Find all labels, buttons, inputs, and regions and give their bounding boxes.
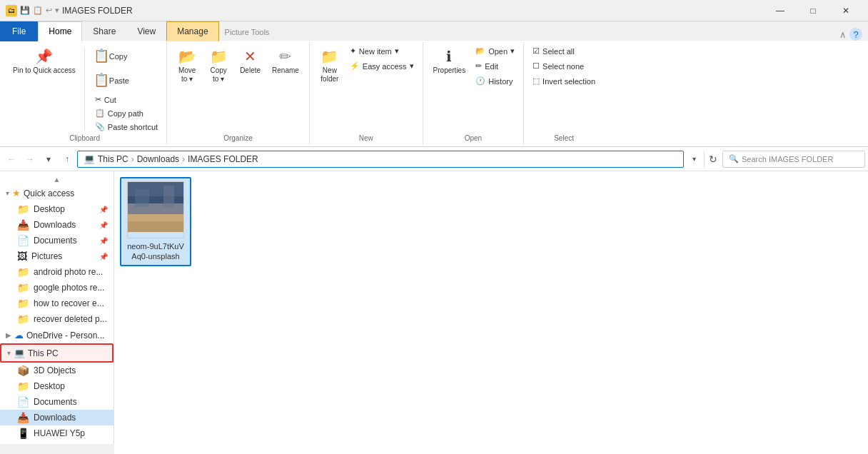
quick-access-icon2: 📋 xyxy=(33,6,43,15)
delete-icon: ✕ xyxy=(244,48,256,65)
clipboard-content: 📌 Pin to Quick access 📋 Copy 📋 Paste ✂ C… xyxy=(9,45,161,133)
onedrive-header[interactable]: ▶ ☁ OneDrive - Person... xyxy=(0,327,113,343)
cut-button[interactable]: ✂ Cut xyxy=(92,94,161,106)
undo-icon: ↩ xyxy=(46,6,52,15)
sidebar-item-recover-deleted[interactable]: 📁 recover deleted p... xyxy=(0,311,113,327)
sidebar-item-downloads[interactable]: 📥 Downloads 📌 xyxy=(0,217,113,233)
up-button[interactable]: ↑ xyxy=(59,151,76,168)
new-item-button[interactable]: ✦ New item ▾ xyxy=(347,45,417,57)
this-pc-label: This PC xyxy=(28,348,59,358)
ribbon-group-clipboard: 📌 Pin to Quick access 📋 Copy 📋 Paste ✂ C… xyxy=(3,42,167,145)
sidebar-item-how-to-recover[interactable]: 📁 how to recover e... xyxy=(0,296,113,311)
file-item-image[interactable]: neom-9uL7tKuV Aq0-unsplash xyxy=(120,177,191,266)
pin-to-quick-access-button[interactable]: 📌 Pin to Quick access xyxy=(9,45,80,78)
properties-button[interactable]: ℹ Properties xyxy=(429,45,470,77)
copy-icon: 📋 xyxy=(94,48,109,64)
folder-icon: 📁 xyxy=(17,298,29,309)
sidebar-item-huawei[interactable]: 📱 HUAWEI Y5p xyxy=(0,425,113,441)
sidebar-item-pc-desktop[interactable]: 📁 Desktop xyxy=(0,378,113,394)
tab-share[interactable]: Share xyxy=(82,21,126,41)
select-all-button[interactable]: ☑ Select all xyxy=(530,45,598,57)
new-content: 📁 Newfolder ✦ New item ▾ ⚡ Easy access ▾ xyxy=(316,45,417,133)
rename-button[interactable]: ✏ Rename xyxy=(268,45,303,78)
forward-button[interactable]: → xyxy=(21,151,39,168)
ribbon-collapse-icon[interactable]: ∧ xyxy=(839,29,847,40)
edit-button[interactable]: ✏ Edit xyxy=(473,60,518,72)
content-area[interactable]: neom-9uL7tKuV Aq0-unsplash xyxy=(114,171,868,454)
copy-button[interactable]: 📋 Copy xyxy=(89,45,161,68)
divider xyxy=(84,48,85,130)
sidebar-wrapper: ▲ ▾ ★ Quick access 📁 Desktop 📌 📥 Downloa… xyxy=(0,171,114,454)
sidebar: ▲ ▾ ★ Quick access 📁 Desktop 📌 📥 Downloa… xyxy=(0,171,114,444)
expand-icon: ▶ xyxy=(6,331,11,339)
paste-shortcut-icon: 📎 xyxy=(95,122,105,131)
ribbon-tabs: File Home Share View Manage Picture Tool… xyxy=(0,21,868,41)
file-name: neom-9uL7tKuV Aq0-unsplash xyxy=(124,241,187,262)
delete-button[interactable]: ✕ Delete xyxy=(236,45,265,78)
tab-manage[interactable]: Manage xyxy=(166,21,218,41)
sidebar-item-google-photos[interactable]: 📁 google photos re... xyxy=(0,280,113,296)
manage-subtitle: Picture Tools xyxy=(219,24,276,41)
clipboard-label: Clipboard xyxy=(69,133,100,142)
breadcrumb-this-pc[interactable]: This PC xyxy=(98,154,128,164)
breadcrumb-downloads[interactable]: Downloads xyxy=(137,154,179,164)
sidebar-item-pc-documents[interactable]: 📄 Documents xyxy=(0,394,113,410)
history-button[interactable]: 🕐 History xyxy=(473,75,518,87)
open-content: ℹ Properties 📂 Open ▾ ✏ Edit 🕐 History xyxy=(429,45,518,133)
select-content: ☑ Select all ☐ Select none ⬚ Invert sele… xyxy=(530,45,598,133)
copy-to-button[interactable]: 📁 Copyto ▾ xyxy=(204,45,233,86)
select-none-icon: ☐ xyxy=(533,61,540,71)
organize-content: 📂 Moveto ▾ 📁 Copyto ▾ ✕ Delete ✏ Rename xyxy=(173,45,303,133)
copy-path-button[interactable]: 📋 Copy path xyxy=(92,107,161,119)
tab-file[interactable]: File xyxy=(0,21,38,41)
folder-icon: 📱 xyxy=(17,428,29,439)
address-box[interactable]: 💻 This PC › Downloads › IMAGES FOLDER xyxy=(77,151,684,168)
folder-icon: 📦 xyxy=(17,365,29,376)
properties-icon: ℹ xyxy=(446,48,452,65)
folder-icon: 📁 xyxy=(17,203,29,215)
window-controls: — □ ✕ xyxy=(764,0,862,21)
select-none-button[interactable]: ☐ Select none xyxy=(530,60,598,72)
svg-rect-6 xyxy=(163,186,174,207)
this-pc-header[interactable]: ▾ 💻 This PC xyxy=(0,343,113,363)
quick-access-label: Quick access xyxy=(24,188,74,198)
sidebar-item-3d-objects[interactable]: 📦 3D Objects xyxy=(0,363,113,378)
paste-button[interactable]: 📋 Paste xyxy=(89,69,161,92)
easy-access-button[interactable]: ⚡ Easy access ▾ xyxy=(347,60,417,72)
refresh-button[interactable]: ↻ xyxy=(704,151,721,168)
invert-selection-button[interactable]: ⬚ Invert selection xyxy=(530,75,598,87)
sidebar-item-android[interactable]: 📁 android photo re... xyxy=(0,264,113,280)
breadcrumb-images-folder[interactable]: IMAGES FOLDER xyxy=(188,154,258,164)
sidebar-item-documents[interactable]: 📄 Documents 📌 xyxy=(0,233,113,248)
app-icon: 🗂 xyxy=(6,5,17,16)
window-title: IMAGES FOLDER xyxy=(62,6,133,16)
edit-icon: ✏ xyxy=(475,61,482,71)
search-box[interactable]: 🔍 Search IMAGES FOLDER xyxy=(722,151,865,168)
sidebar-item-pc-downloads[interactable]: 📥 Downloads xyxy=(0,410,113,425)
minimize-button[interactable]: — xyxy=(764,0,797,21)
expand-icon: ▾ xyxy=(6,189,9,197)
ribbon-group-organize: 📂 Moveto ▾ 📁 Copyto ▾ ✕ Delete ✏ Rename … xyxy=(167,42,310,145)
customize-icon: ▾ xyxy=(55,6,59,15)
paste-shortcut-button[interactable]: 📎 Paste shortcut xyxy=(92,121,161,133)
close-button[interactable]: ✕ xyxy=(829,0,862,21)
address-dropdown-button[interactable]: ▾ xyxy=(685,151,702,168)
new-folder-button[interactable]: 📁 Newfolder xyxy=(316,45,344,86)
select-label: Select xyxy=(554,133,574,142)
tab-home[interactable]: Home xyxy=(38,21,82,41)
tab-view[interactable]: View xyxy=(126,21,166,41)
quick-access-icon: 💾 xyxy=(20,6,30,15)
scroll-up-indicator[interactable]: ▲ xyxy=(0,174,113,185)
quick-access-header[interactable]: ▾ ★ Quick access xyxy=(0,185,113,201)
sidebar-item-desktop[interactable]: 📁 Desktop 📌 xyxy=(0,201,113,217)
folder-icon: 📁 xyxy=(17,313,29,325)
onedrive-icon: ☁ xyxy=(14,330,24,340)
sidebar-item-pictures[interactable]: 🖼 Pictures 📌 xyxy=(0,248,113,264)
cut-icon: ✂ xyxy=(95,95,101,104)
help-icon[interactable]: ? xyxy=(849,28,862,41)
open-button[interactable]: 📂 Open ▾ xyxy=(473,45,518,57)
maximize-button[interactable]: □ xyxy=(797,0,829,21)
recent-button[interactable]: ▾ xyxy=(40,151,57,168)
move-to-button[interactable]: 📂 Moveto ▾ xyxy=(173,45,201,86)
back-button[interactable]: ← xyxy=(3,151,20,168)
